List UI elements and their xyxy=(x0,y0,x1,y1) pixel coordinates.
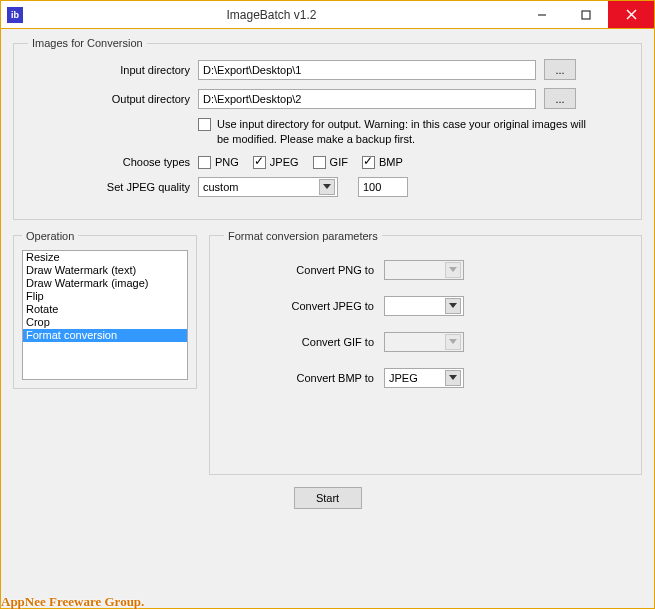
svg-marker-8 xyxy=(449,375,457,380)
format-conversion-parameters-group: Format conversion parameters Convert PNG… xyxy=(209,230,642,475)
watermark-text: AppNee Freeware Group. xyxy=(1,594,144,609)
type-jpeg-checkbox[interactable] xyxy=(253,156,266,169)
convert-png-label: Convert PNG to xyxy=(224,264,384,276)
output-dir-field[interactable] xyxy=(198,89,536,109)
jpeg-quality-mode-value: custom xyxy=(203,181,319,193)
window-title: ImageBatch v1.2 xyxy=(23,8,520,22)
browse-output-dir-button[interactable]: ... xyxy=(544,88,576,109)
svg-marker-4 xyxy=(323,184,331,189)
maximize-button[interactable] xyxy=(564,1,608,28)
chevron-down-icon xyxy=(445,334,461,350)
type-bmp-label: BMP xyxy=(379,156,403,168)
close-button[interactable] xyxy=(608,1,654,28)
app-icon: ib xyxy=(7,7,23,23)
start-button[interactable]: Start xyxy=(294,487,362,509)
type-png-checkbox[interactable] xyxy=(198,156,211,169)
convert-bmp-label: Convert BMP to xyxy=(224,372,384,384)
list-item[interactable]: Draw Watermark (text) xyxy=(23,264,187,277)
images-for-conversion-group: Images for Conversion Input directory ..… xyxy=(13,37,642,220)
list-item[interactable]: Format conversion xyxy=(23,329,187,342)
choose-types-label: Choose types xyxy=(28,156,198,168)
jpeg-quality-label: Set JPEG quality xyxy=(28,181,198,193)
type-jpeg-label: JPEG xyxy=(270,156,299,168)
browse-input-dir-button[interactable]: ... xyxy=(544,59,576,80)
convert-gif-label: Convert GIF to xyxy=(224,336,384,348)
chevron-down-icon xyxy=(445,298,461,314)
operation-legend: Operation xyxy=(22,230,78,242)
type-png-label: PNG xyxy=(215,156,239,168)
convert-gif-to-dropdown xyxy=(384,332,464,352)
input-dir-field[interactable] xyxy=(198,60,536,80)
jpeg-quality-value-field[interactable] xyxy=(358,177,408,197)
app-window: ib ImageBatch v1.2 Images for Conversion… xyxy=(0,0,655,609)
output-dir-label: Output directory xyxy=(28,93,198,105)
type-bmp-checkbox[interactable] xyxy=(362,156,375,169)
list-item[interactable]: Crop xyxy=(23,316,187,329)
jpeg-quality-mode-dropdown[interactable]: custom xyxy=(198,177,338,197)
svg-rect-1 xyxy=(582,11,590,19)
client-area: Images for Conversion Input directory ..… xyxy=(1,29,654,608)
params-legend: Format conversion parameters xyxy=(224,230,382,242)
svg-marker-7 xyxy=(449,339,457,344)
list-item[interactable]: Draw Watermark (image) xyxy=(23,277,187,290)
operation-group: Operation Resize Draw Watermark (text) D… xyxy=(13,230,197,389)
operation-listbox[interactable]: Resize Draw Watermark (text) Draw Waterm… xyxy=(22,250,188,380)
type-gif-checkbox[interactable] xyxy=(313,156,326,169)
list-item[interactable]: Rotate xyxy=(23,303,187,316)
input-dir-label: Input directory xyxy=(28,64,198,76)
svg-marker-6 xyxy=(449,303,457,308)
convert-bmp-to-dropdown[interactable]: JPEG xyxy=(384,368,464,388)
images-legend: Images for Conversion xyxy=(28,37,147,49)
convert-jpeg-to-dropdown[interactable] xyxy=(384,296,464,316)
list-item[interactable]: Flip xyxy=(23,290,187,303)
convert-png-to-dropdown xyxy=(384,260,464,280)
titlebar: ib ImageBatch v1.2 xyxy=(1,1,654,29)
convert-jpeg-label: Convert JPEG to xyxy=(224,300,384,312)
chevron-down-icon xyxy=(445,262,461,278)
use-input-dir-warning: Use input directory for output. Warning:… xyxy=(217,117,597,147)
convert-bmp-value: JPEG xyxy=(389,372,445,384)
svg-marker-5 xyxy=(449,267,457,272)
chevron-down-icon xyxy=(319,179,335,195)
type-gif-label: GIF xyxy=(330,156,348,168)
chevron-down-icon xyxy=(445,370,461,386)
use-input-dir-checkbox[interactable] xyxy=(198,118,211,131)
minimize-button[interactable] xyxy=(520,1,564,28)
list-item[interactable]: Resize xyxy=(23,251,187,264)
